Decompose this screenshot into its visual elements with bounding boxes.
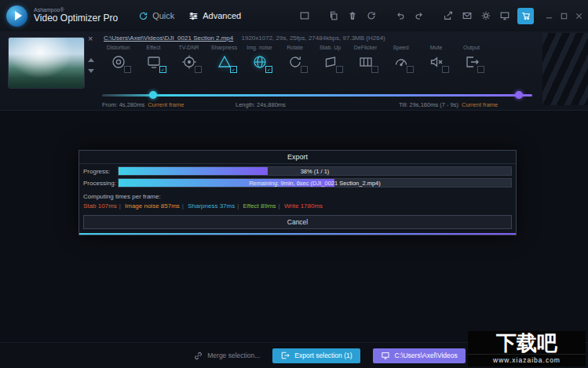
tool-checkbox[interactable]: ✓ xyxy=(124,66,131,73)
tab-advanced-label: Advanced xyxy=(203,11,241,20)
tool-mute[interactable]: Mute ✓ xyxy=(418,45,454,71)
tool-checkbox[interactable]: ✓ xyxy=(230,66,237,73)
timeline-till: Till: 29s,160ms (7 - 9s)Current frame xyxy=(399,101,498,108)
export-icon xyxy=(280,351,290,360)
processing-text: Remaining: 9min, 6sec (DJI_0021 Section_… xyxy=(119,179,511,187)
from-current-frame-tag: Current frame xyxy=(148,101,184,108)
maximize-icon[interactable] xyxy=(559,11,568,20)
dialog-title: Export xyxy=(79,151,516,164)
clip-scroll-arrows xyxy=(88,58,94,73)
timing-sharpness: Sharpness 37ms xyxy=(188,202,235,210)
window-controls xyxy=(544,11,583,20)
timing-image-noise: Image noise 857ms xyxy=(125,202,180,210)
progress-text: 38% (1 / 1) xyxy=(119,167,511,175)
tool-effect[interactable]: Effect ✓ xyxy=(136,45,171,71)
title-bar: Ashampoo® Video Optimizer Pro Quick Adva… xyxy=(0,0,588,31)
tool-bar: Distortion ✓ Effect ✓ TV-DNR ✓ xyxy=(100,45,489,71)
watermark-url: www.xiazaiba.com xyxy=(468,354,586,366)
minimize-icon[interactable] xyxy=(544,11,553,20)
remove-clip-icon[interactable]: × xyxy=(88,34,93,43)
progress-label: Progress: xyxy=(83,168,118,175)
shop-cart-button[interactable] xyxy=(517,8,534,24)
redo-icon[interactable] xyxy=(413,10,425,22)
timeline-track[interactable] xyxy=(102,91,532,99)
titlebar-actions xyxy=(298,8,588,24)
display-icon[interactable] xyxy=(499,10,510,22)
tool-checkbox[interactable]: ✓ xyxy=(477,66,484,73)
scroll-down-icon[interactable] xyxy=(88,69,94,73)
tool-rotate[interactable]: Rotate ✓ xyxy=(277,45,312,71)
tool-checkbox[interactable]: ✓ xyxy=(301,66,308,73)
clip-panel: × C:\Users\Axel\Videos\DJI_0021 Section … xyxy=(0,31,588,111)
mode-tabs: Quick Advanced xyxy=(138,11,241,21)
tool-speed[interactable]: Speed ✓ xyxy=(383,45,418,71)
share-icon[interactable] xyxy=(442,10,454,22)
tab-quick[interactable]: Quick xyxy=(138,11,174,21)
app-window: Ashampoo® Video Optimizer Pro Quick Adva… xyxy=(0,0,588,368)
quick-mode-icon xyxy=(138,11,148,21)
tab-advanced[interactable]: Advanced xyxy=(188,11,241,21)
tool-sharpness[interactable]: Sharpness ✓ xyxy=(206,45,242,71)
refresh-icon[interactable] xyxy=(365,10,377,22)
tool-checkbox[interactable]: ✓ xyxy=(159,66,166,73)
output-folder-button[interactable]: C:\Users\Axel\Videos xyxy=(373,348,466,363)
tab-quick-label: Quick xyxy=(152,11,174,20)
processing-bar: Remaining: 9min, 6sec (DJI_0021 Section_… xyxy=(118,178,512,188)
clip-thumbnail[interactable] xyxy=(8,37,85,89)
timeline-handle-start[interactable] xyxy=(149,91,157,99)
till-current-frame-tag: Current frame xyxy=(462,101,498,108)
settings-gear-icon[interactable] xyxy=(480,10,491,22)
clip-file-line: C:\Users\Axel\Videos\DJI_0021 Section 2.… xyxy=(104,35,385,42)
export-dialog: Export Progress: 38% (1 / 1) Processing:… xyxy=(79,150,517,235)
timeline-from: From: 4s,280msCurrent frame xyxy=(102,101,184,108)
advanced-sliders-icon xyxy=(188,11,199,21)
merge-selection-link[interactable]: Merge selection... xyxy=(193,351,260,361)
tool-checkbox[interactable]: ✓ xyxy=(371,66,378,73)
timing-breakdown: Stab 107ms| Image noise 857ms| Sharpness… xyxy=(79,200,516,210)
link-chain-icon xyxy=(193,351,203,361)
undo-icon[interactable] xyxy=(394,10,406,22)
timeline-line xyxy=(102,94,532,97)
timing-write: Write 1780ms xyxy=(284,202,323,210)
timing-stab: Stab 107ms xyxy=(83,202,117,210)
timeline-length: Length: 24s,880ms xyxy=(236,101,286,108)
copy-icon[interactable] xyxy=(327,10,339,22)
app-logo-icon xyxy=(6,5,27,27)
scroll-up-icon[interactable] xyxy=(88,58,94,62)
progress-bar: 38% (1 / 1) xyxy=(118,166,512,176)
tool-checkbox[interactable]: ✓ xyxy=(265,66,272,73)
clip-path-link[interactable]: C:\Users\Axel\Videos\DJI_0021 Section 2.… xyxy=(104,35,233,42)
tool-output[interactable]: Output ✓ xyxy=(454,45,489,71)
computing-times-label: Computing times per frame: xyxy=(79,188,516,200)
cancel-button[interactable]: Cancel xyxy=(83,215,512,229)
preview-panel-icon[interactable] xyxy=(298,10,310,22)
film-strip-decoration xyxy=(542,33,588,105)
timing-effect: Effect 89ms xyxy=(243,202,276,210)
processing-label: Processing: xyxy=(83,180,118,187)
close-icon[interactable] xyxy=(574,11,583,20)
tool-stab-up[interactable]: Stab. Up ✓ xyxy=(312,45,348,71)
tool-checkbox[interactable]: ✓ xyxy=(407,66,414,73)
tool-tv-dnr[interactable]: TV-DNR ✓ xyxy=(171,45,206,71)
app-brand: Ashampoo® Video Optimizer Pro xyxy=(34,7,118,24)
display-folder-icon xyxy=(381,351,390,360)
tool-deflicker[interactable]: DeFlicker ✓ xyxy=(348,45,383,71)
tool-checkbox[interactable]: ✓ xyxy=(336,66,343,73)
tool-img-noise[interactable]: Img. noise ✓ xyxy=(242,45,277,71)
tool-checkbox[interactable]: ✓ xyxy=(195,66,202,73)
app-title: Video Optimizer Pro xyxy=(34,13,118,24)
mail-icon[interactable] xyxy=(461,10,473,22)
clip-info: 1920x1072, 29s, 25fps, 27484kbps, 97.3MB… xyxy=(242,35,385,42)
watermark-logo-text: 下载吧 xyxy=(468,331,586,354)
tool-distortion[interactable]: Distortion ✓ xyxy=(100,45,136,71)
export-selection-button[interactable]: Export selection (1) xyxy=(272,348,360,363)
tool-checkbox[interactable]: ✓ xyxy=(442,66,449,73)
timeline-handle-end[interactable] xyxy=(515,91,523,99)
trash-icon[interactable] xyxy=(346,10,358,22)
dialog-accent-line xyxy=(79,233,516,235)
watermark: 下载吧 www.xiazaiba.com xyxy=(468,331,586,366)
